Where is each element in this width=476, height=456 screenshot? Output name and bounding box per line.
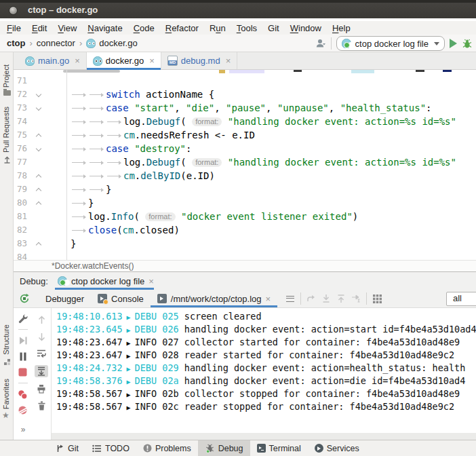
- tool-window-button-pull-requests[interactable]: Pull Requests: [2, 107, 10, 153]
- run-button[interactable]: [450, 39, 457, 48]
- stop-button[interactable]: [18, 366, 28, 377]
- window-button-icon[interactable]: [9, 6, 18, 15]
- options-menu-icon[interactable]: [283, 291, 298, 306]
- code-segment: case: [106, 102, 129, 113]
- fold-marker-icon[interactable]: [36, 105, 41, 111]
- close-icon[interactable]: ×: [265, 294, 271, 304]
- code-segment: ,: [329, 102, 340, 113]
- clipped-line-fragment: [294, 70, 302, 72]
- mute-breakpoints-icon[interactable]: [18, 404, 28, 415]
- layout-grid-icon[interactable]: [370, 291, 384, 306]
- menu-window[interactable]: Window: [285, 23, 327, 33]
- code-segment: case: [106, 143, 129, 154]
- editor-horizontal-scrollbar[interactable]: [63, 70, 120, 73]
- menu-git[interactable]: Git: [262, 23, 285, 33]
- run-to-cursor-icon[interactable]: [349, 291, 363, 306]
- fold-marker-icon[interactable]: [36, 146, 41, 151]
- menu-help[interactable]: Help: [327, 23, 356, 33]
- view-breakpoints-icon[interactable]: [18, 389, 28, 400]
- soft-wrap-icon[interactable]: [36, 348, 47, 359]
- fold-marker-icon[interactable]: [36, 174, 41, 180]
- print-icon[interactable]: [36, 383, 47, 394]
- pause-button[interactable]: [18, 351, 28, 362]
- log-row: 19:48:58.376 ▶ DEBU 02a handling docker …: [56, 375, 476, 387]
- fold-marker-icon[interactable]: [36, 92, 41, 97]
- log-output[interactable]: 19:48:10.613 ▶ DEBU 025 screen cleared19…: [52, 308, 476, 440]
- statusbar-item-terminal[interactable]: Terminal: [250, 440, 308, 456]
- debug-tabs: DebuggerConsole/mnt/work/ctop/ctop.log×: [39, 290, 277, 307]
- code-line-74: 74log.Debugf( format: "handling docker e…: [14, 115, 476, 128]
- settings-wrench-icon[interactable]: [18, 313, 28, 324]
- fold-marker-icon[interactable]: [36, 242, 41, 248]
- line-number: 77: [14, 155, 27, 169]
- debug-session-tab[interactable]: ctop docker log file ×: [55, 272, 161, 290]
- code-line-75: 75cm.needsRefresh <- e.ID: [14, 128, 476, 142]
- tool-window-button-structure[interactable]: Structure: [2, 324, 10, 355]
- rerun-button[interactable]: [17, 291, 32, 306]
- close-icon[interactable]: ×: [75, 56, 80, 66]
- breadcrumb-file[interactable]: docker.go: [99, 38, 137, 48]
- fold-marker-icon[interactable]: [36, 202, 41, 207]
- menu-refactor[interactable]: Refactor: [160, 23, 204, 33]
- log-message: reader stopped for container: f4be4a53d1…: [179, 401, 454, 412]
- debug-tab-console[interactable]: Console: [91, 290, 151, 307]
- move-down-icon[interactable]: [319, 291, 334, 306]
- run-configuration-select[interactable]: ctop docker log file: [336, 36, 445, 51]
- breadcrumb-package[interactable]: connector: [37, 38, 75, 48]
- statusbar-item-services[interactable]: Services: [308, 440, 366, 456]
- tab-whitespace-icon: [88, 183, 106, 196]
- up-arrow-icon[interactable]: [36, 314, 47, 325]
- fold-marker-icon[interactable]: [36, 188, 41, 193]
- context-method[interactable]: *Docker.watchEvents(): [52, 261, 134, 271]
- close-icon[interactable]: ×: [226, 56, 231, 66]
- folder-icon: [3, 90, 11, 96]
- statusbar-item-debug[interactable]: Debug: [198, 440, 250, 456]
- debug-button[interactable]: [462, 38, 473, 49]
- menu-view[interactable]: View: [52, 23, 82, 33]
- code-segment: }: [106, 184, 111, 195]
- debug-tab-debugger[interactable]: Debugger: [39, 290, 91, 307]
- prev-occurrence-icon[interactable]: [304, 291, 319, 306]
- log-message: handling docker event: action=start id=f…: [179, 324, 476, 335]
- log-filter-select[interactable]: all: [446, 292, 476, 306]
- tool-window-button-project[interactable]: Project: [2, 64, 10, 88]
- log-level: INFO 02c: [135, 401, 179, 412]
- menu-file[interactable]: File: [1, 23, 26, 33]
- log-arrow-icon: ▶: [123, 352, 135, 360]
- more-actions-icon[interactable]: »: [21, 425, 25, 434]
- menu-edit[interactable]: Edit: [26, 23, 52, 33]
- clear-trash-icon[interactable]: [36, 400, 47, 411]
- tool-window-button-favorites[interactable]: Favorites: [2, 379, 10, 409]
- statusbar-item-todo[interactable]: TODO: [85, 440, 136, 456]
- code-editor[interactable]: 7172switch actionName {73case "start", "…: [14, 70, 476, 260]
- editor-tab-debug-md[interactable]: debug.md×: [161, 52, 237, 69]
- line-number: 79: [14, 183, 27, 196]
- close-icon[interactable]: ×: [149, 56, 155, 66]
- breadcrumb-project[interactable]: ctop: [7, 38, 25, 48]
- debug-tab-mnt-work-ctop-ctop-log[interactable]: /mnt/work/ctop/ctop.log×: [151, 290, 277, 307]
- menu-navigate[interactable]: Navigate: [82, 23, 127, 33]
- move-up-icon[interactable]: [334, 291, 349, 306]
- close-icon[interactable]: ×: [148, 276, 154, 286]
- code-line-76: 76case "destroy":: [14, 142, 476, 155]
- clipped-line-fragment: [351, 70, 374, 73]
- resume-button[interactable]: [18, 335, 28, 346]
- statusbar-item-git[interactable]: Git: [49, 440, 85, 456]
- editor-tab-main-go[interactable]: main.go×: [19, 52, 87, 69]
- fold-marker-icon[interactable]: [36, 134, 41, 139]
- code-segment: delByID: [140, 170, 180, 181]
- statusbar-item-problems[interactable]: Problems: [136, 440, 198, 456]
- line-number: 81: [14, 210, 27, 223]
- editor-tab-docker-go[interactable]: docker.go×: [87, 52, 161, 69]
- down-arrow-icon[interactable]: [36, 331, 47, 342]
- menu-code[interactable]: Code: [128, 23, 160, 33]
- user-profile-icon[interactable]: [315, 38, 326, 49]
- debug-toolbar: DebuggerConsole/mnt/work/ctop/ctop.log× …: [14, 290, 476, 308]
- code-segment: "handling docker event: action=%s id=%s": [228, 157, 456, 168]
- fold-gutter: [27, 88, 46, 101]
- fold-gutter: [27, 210, 46, 223]
- menu-tools[interactable]: Tools: [231, 23, 262, 33]
- log-horizontal-scrollbar[interactable]: [52, 433, 476, 440]
- menu-run[interactable]: Run: [204, 23, 231, 33]
- scroll-to-end-icon[interactable]: [35, 365, 48, 377]
